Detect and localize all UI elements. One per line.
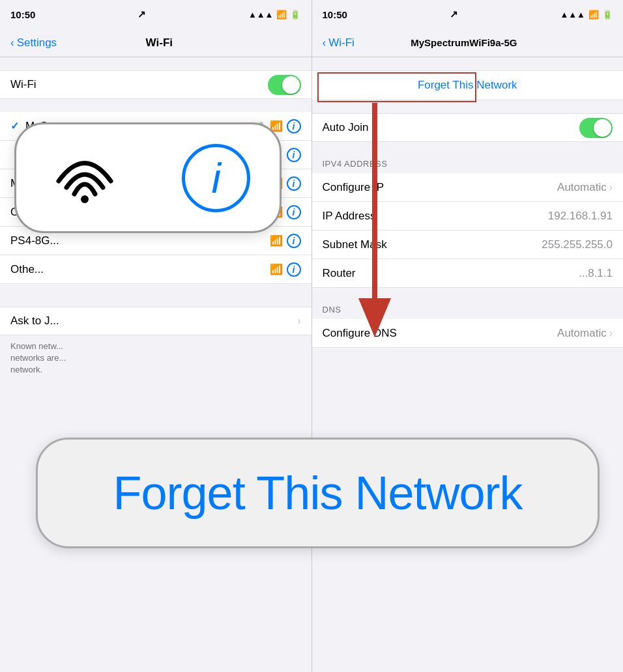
network-row-2[interactable]: MySp... 🔒 📶 i (0, 169, 312, 198)
right-wifi-status-icon: 📶 (588, 10, 599, 20)
ask-join-row[interactable]: Ask to J... › (0, 307, 312, 335)
checkmark-icon: ✓ (10, 120, 19, 132)
network-name-2: MySp... (10, 177, 249, 190)
info-icon-1[interactable]: i (287, 148, 301, 162)
network-row-3[interactable]: OCIREP-2G 📶 i (0, 198, 312, 227)
ipv4-header: IPV4 ADDRESS (312, 155, 624, 173)
right-time-arrow: ↗ (450, 8, 458, 20)
info-icon-4[interactable]: i (287, 234, 301, 248)
configure-ip-chevron: › (609, 182, 613, 193)
left-chevron-icon: ‹ (10, 36, 14, 49)
configure-dns-value: Automatic › (557, 327, 613, 340)
ip-address-value: 192.168.1.91 (548, 210, 613, 223)
ip-address-row: IP Address 192.168.1.91 (312, 202, 624, 231)
network-icons-4: 📶 i (270, 234, 301, 248)
right-status-bar: 10:50 ↗ ▲▲▲ 📶 🔋 (312, 0, 624, 29)
right-nav-bar: ‹ Wi-Fi MySpectrumWiFi9a-5G (312, 29, 624, 57)
network-icons-3: 📶 i (270, 205, 301, 219)
info-icon-3[interactable]: i (287, 205, 301, 219)
network-row-5[interactable]: Othe... 📶 i (0, 255, 312, 284)
configure-dns-row[interactable]: Configure DNS Automatic › (312, 319, 624, 348)
section-gap-1 (0, 284, 312, 307)
wifi-icon-4: 📶 (270, 234, 283, 247)
left-back-button[interactable]: ‹ Settings (10, 36, 57, 49)
left-nav-bar: ‹ Settings Wi-Fi (0, 29, 312, 57)
dns-header: DNS (312, 301, 624, 319)
subnet-mask-label: Subnet Mask (323, 238, 387, 251)
network-icons-2: 🔒 📶 i (255, 176, 301, 191)
network-row-4[interactable]: PS4-8G... 📶 i (0, 227, 312, 255)
forget-network-button[interactable]: Forget This Network (312, 71, 624, 100)
configure-ip-label: Configure IP (323, 181, 384, 194)
toggle-knob (282, 76, 300, 94)
ask-join-chevron: › (297, 315, 300, 327)
router-value: ...8.1.1 (579, 267, 613, 280)
configure-dns-chevron: › (609, 328, 613, 339)
right-status-icons: ▲▲▲ 📶 🔋 (560, 10, 613, 20)
forget-network-label: Forget This Network (418, 79, 517, 92)
configure-ip-value: Automatic › (557, 181, 613, 194)
lock-icon-0: 🔒 (255, 121, 266, 131)
network-name-0: MySpec... (25, 120, 249, 133)
network-icons-0: 🔒 📶 i (255, 119, 301, 133)
right-nav-title: MySpectrumWiFi9a-5G (411, 37, 517, 48)
network-name-5: Othe... (10, 263, 263, 276)
configure-dns-label: Configure DNS (323, 327, 397, 340)
wifi-icon-2: 📶 (270, 177, 283, 189)
ip-address-label: IP Address (323, 210, 376, 223)
right-time: 10:50 (323, 9, 347, 20)
wifi-icon-0: 📶 (270, 120, 283, 132)
right-battery-icon: 🔋 (602, 10, 613, 20)
auto-join-label: Auto Join (323, 121, 369, 134)
wifi-icon-3: 📶 (270, 206, 283, 218)
configure-ip-text: Automatic (557, 181, 607, 194)
auto-join-knob (594, 119, 611, 137)
battery-icon: 🔋 (290, 10, 300, 20)
network-name-4: PS4-8G... (10, 234, 263, 247)
subnet-mask-value: 255.255.255.0 (542, 238, 613, 251)
network-row-1[interactable]: i (0, 141, 312, 169)
left-panel: 10:50 ↗ ▲▲▲ 📶 🔋 ‹ Settings Wi-Fi Wi-Fi (0, 0, 312, 672)
left-back-label: Settings (17, 36, 57, 49)
signal-icon: ▲▲▲ (248, 10, 274, 20)
ask-join-label: Ask to J... (10, 315, 59, 328)
network-name-3: OCIREP-2G (10, 206, 263, 219)
left-nav-title: Wi-Fi (146, 36, 173, 49)
info-icon-5[interactable]: i (287, 262, 301, 277)
right-signal-icon: ▲▲▲ (560, 10, 585, 20)
right-panel: 10:50 ↗ ▲▲▲ 📶 🔋 ‹ Wi-Fi MySpectrumWiFi9a… (312, 0, 624, 672)
configure-ip-row[interactable]: Configure IP Automatic › (312, 173, 624, 202)
router-row: Router ...8.1.1 (312, 259, 624, 288)
left-time: 10:50 (10, 9, 35, 20)
wifi-icon-5: 📶 (270, 263, 283, 275)
left-time-arrow: ↗ (138, 8, 146, 20)
wifi-toggle[interactable] (268, 75, 301, 95)
subnet-mask-row: Subnet Mask 255.255.255.0 (312, 231, 624, 259)
right-back-label: Wi-Fi (328, 36, 355, 49)
right-chevron-icon: ‹ (323, 36, 326, 49)
network-row-0[interactable]: ✓ MySpec... 🔒 📶 i (0, 112, 312, 141)
network-icons-5: 📶 i (270, 262, 301, 277)
right-back-button[interactable]: ‹ Wi-Fi (323, 36, 355, 49)
info-icon-2[interactable]: i (287, 176, 301, 191)
router-label: Router (323, 267, 356, 280)
left-status-icons: ▲▲▲ 📶 🔋 (248, 10, 301, 20)
configure-dns-text: Automatic (557, 327, 607, 340)
wifi-label: Wi-Fi (10, 78, 36, 91)
auto-join-toggle[interactable] (579, 118, 613, 138)
auto-join-row: Auto Join (312, 113, 624, 142)
wifi-status-icon: 📶 (276, 10, 287, 20)
info-icon-0[interactable]: i (287, 119, 301, 133)
left-status-bar: 10:50 ↗ ▲▲▲ 📶 🔋 (0, 0, 312, 29)
wifi-toggle-row: Wi-Fi (0, 70, 312, 99)
lock-icon-2: 🔒 (255, 178, 266, 188)
footer-text: Known netw...networks are...network. (0, 335, 312, 382)
network-icons-1: i (287, 148, 301, 162)
